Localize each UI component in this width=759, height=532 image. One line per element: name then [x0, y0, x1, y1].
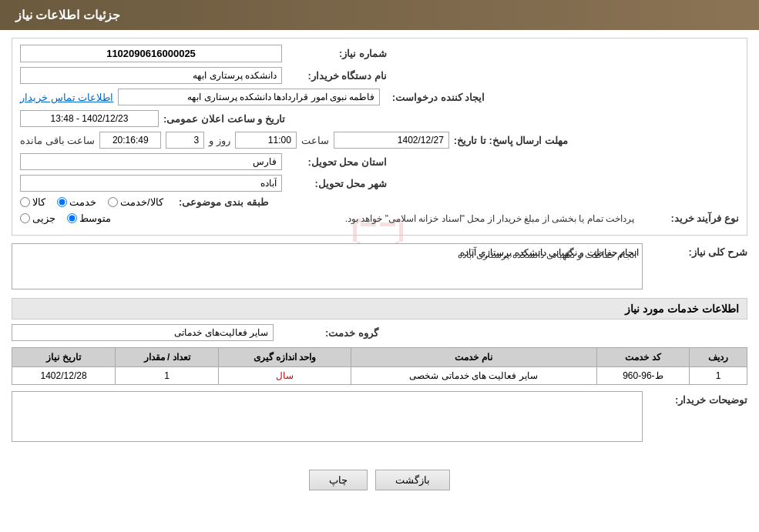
buyer-org-row: نام دستگاه خریدار: [20, 67, 739, 84]
city-label: شهر محل تحویل: [287, 178, 387, 189]
cell-service-code: ط-96-960 [596, 367, 690, 385]
main-form-section: شماره نیاز: نام دستگاه خریدار: ایجاد کنن… [12, 38, 747, 236]
province-label: استان محل تحویل: [287, 156, 387, 168]
category-kala-label: کالا [32, 196, 45, 208]
buyer-notes-label: توضیحات خریدار: [647, 391, 747, 406]
cell-row-num: 1 [690, 367, 747, 385]
city-row: شهر محل تحویل: [20, 175, 739, 192]
deadline-days-label: روز و [209, 135, 230, 146]
buyer-org-input[interactable] [20, 67, 282, 84]
need-number-row: شماره نیاز: [20, 45, 739, 62]
cell-service-name: سایر فعالیت های خدماتی شخصی [351, 367, 596, 385]
table-row: 1 ط-96-960 سایر فعالیت های خدماتی شخصی س… [12, 367, 747, 385]
requester-label: ایجاد کننده درخواست: [385, 92, 485, 103]
services-section-title: اطلاعات خدمات مورد نیاز [12, 298, 747, 320]
announce-date-row: تاریخ و ساعت اعلان عمومی: [20, 110, 739, 127]
need-number-input[interactable] [20, 45, 282, 62]
city-input[interactable] [20, 175, 282, 192]
col-row-num: ردیف [690, 348, 747, 367]
category-kala-khidmat-label: کالا/خدمت [120, 196, 163, 208]
deadline-time-input[interactable] [235, 132, 297, 149]
purchase-type-jozii[interactable]: جزیی [20, 212, 55, 224]
category-radio-group: کالا/خدمت خدمت کالا [20, 196, 163, 208]
deadline-label: مهلت ارسال پاسخ: تا تاریخ: [454, 135, 568, 146]
buyer-notes-row: توضیحات خریدار: [12, 391, 747, 444]
province-input[interactable] [20, 153, 282, 170]
category-khidmat[interactable]: خدمت [57, 196, 96, 208]
category-kala-khidmat[interactable]: کالا/خدمت [108, 196, 163, 208]
footer-buttons: بازگشت چاپ [0, 458, 759, 502]
deadline-row: مهلت ارسال پاسخ: تا تاریخ: ساعت روز و سا… [20, 132, 739, 149]
category-khidmat-label: خدمت [69, 196, 96, 208]
cell-date: 1402/12/28 [12, 367, 116, 385]
print-button[interactable]: چاپ [309, 470, 368, 490]
province-row: استان محل تحویل: [20, 153, 739, 170]
services-table: ردیف کد خدمت نام خدمت واحد اندازه گیری ت… [12, 347, 747, 385]
need-number-label: شماره نیاز: [287, 48, 387, 59]
general-desc-textarea[interactable] [12, 243, 643, 289]
cell-quantity: 1 [116, 367, 219, 385]
purchase-note: پرداخت تمام یا بخشی از مبلغ خریدار از مح… [123, 213, 634, 224]
back-button[interactable]: بازگشت [375, 470, 450, 490]
purchase-type-mutavasset-label: متوسط [79, 212, 111, 224]
buyer-org-label: نام دستگاه خریدار: [287, 70, 387, 82]
requester-row: ایجاد کننده درخواست: اطلاعات تماس خریدار [20, 89, 739, 105]
page-header: جزئیات اطلاعات نیاز [0, 0, 759, 30]
purchase-type-label: نوع فرآیند خرید: [639, 212, 739, 224]
deadline-days-input[interactable] [166, 132, 204, 149]
announce-date-input[interactable] [20, 110, 159, 127]
purchase-type-radio-group: متوسط جزیی [20, 212, 111, 224]
category-row: طبقه بندی موضوعی: کالا/خدمت خدمت [20, 196, 739, 208]
deadline-time-label: ساعت [301, 135, 329, 146]
purchase-type-mutavasset[interactable]: متوسط [67, 212, 111, 224]
col-service-name: نام خدمت [351, 348, 596, 367]
purchase-type-jozii-label: جزیی [32, 212, 55, 224]
col-unit: واحد اندازه گیری [219, 348, 351, 367]
page-title: جزئیات اطلاعات نیاز [15, 8, 120, 22]
category-kala[interactable]: کالا [20, 196, 45, 208]
col-service-code: کد خدمت [596, 348, 690, 367]
cell-unit: سال [219, 367, 351, 385]
general-desc-row: شرح کلی نیاز: انجام حفاظت و نگهبانی دانش… [12, 243, 747, 292]
deadline-remaining-label: ساعت باقی مانده [20, 135, 95, 146]
col-date: تاریخ نیاز [12, 348, 116, 367]
service-group-label: گروه خدمت: [278, 327, 378, 339]
requester-input[interactable] [118, 89, 380, 105]
deadline-remaining-input[interactable] [99, 132, 161, 149]
general-desc-label: شرح کلی نیاز: [647, 243, 747, 258]
buyer-notes-textarea[interactable] [12, 391, 643, 442]
category-label: طبقه بندی موضوعی: [168, 196, 268, 208]
purchase-type-row: نوع فرآیند خرید: پرداخت تمام یا بخشی از … [20, 212, 739, 224]
contact-link[interactable]: اطلاعات تماس خریدار [20, 92, 113, 103]
service-group-row: گروه خدمت: [12, 324, 747, 341]
announce-date-label: تاریخ و ساعت اعلان عمومی: [163, 113, 285, 125]
service-group-input[interactable] [12, 324, 274, 341]
col-quantity: تعداد / مقدار [116, 348, 219, 367]
deadline-date-input[interactable] [334, 132, 449, 149]
